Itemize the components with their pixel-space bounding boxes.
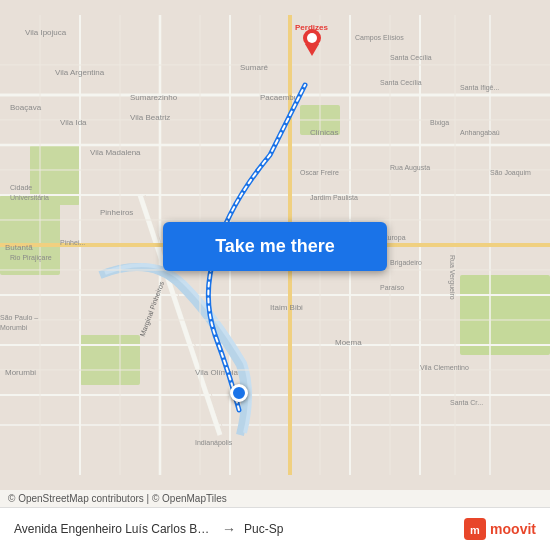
- svg-text:Boaçava: Boaçava: [10, 103, 42, 112]
- svg-text:Vila Argentina: Vila Argentina: [55, 68, 105, 77]
- moovit-logo: m moovit: [464, 518, 536, 540]
- svg-text:Sumarezinho: Sumarezinho: [130, 93, 178, 102]
- moovit-brand-text: moovit: [490, 521, 536, 537]
- svg-text:Santa Cecília: Santa Cecília: [390, 54, 432, 61]
- svg-text:Vila Clementino: Vila Clementino: [420, 364, 469, 371]
- map-attribution: © OpenStreetMap contributors | © OpenMap…: [0, 490, 550, 507]
- map-area: Vila Ipojuca Vila Argentina Boaçava Vila…: [0, 0, 550, 490]
- svg-text:Vila Ida: Vila Ida: [60, 118, 87, 127]
- svg-text:Clínicas: Clínicas: [310, 128, 338, 137]
- svg-rect-1: [0, 195, 60, 275]
- svg-text:São Paulo –: São Paulo –: [0, 314, 38, 321]
- svg-text:Butantã: Butantã: [5, 243, 33, 252]
- svg-text:Universitária: Universitária: [10, 194, 49, 201]
- destination-marker: [302, 28, 322, 60]
- take-me-there-button[interactable]: Take me there: [163, 222, 387, 271]
- svg-text:Indianápolis: Indianápolis: [195, 439, 233, 447]
- origin-marker: [230, 384, 248, 402]
- svg-text:São Joaquim: São Joaquim: [490, 169, 531, 177]
- svg-text:Jardim Paulista: Jardim Paulista: [310, 194, 358, 201]
- svg-text:Bixiga: Bixiga: [430, 119, 449, 127]
- svg-text:Paraíso: Paraíso: [380, 284, 404, 291]
- route-from-label: Avenida Engenheiro Luís Carlos Berrini: [14, 522, 214, 536]
- svg-text:Vila Olímpia: Vila Olímpia: [195, 368, 239, 377]
- svg-text:Cidade: Cidade: [10, 184, 32, 191]
- bottom-bar: Avenida Engenheiro Luís Carlos Berrini →…: [0, 507, 550, 550]
- svg-text:Anhangabaú: Anhangabaú: [460, 129, 500, 137]
- route-info: Avenida Engenheiro Luís Carlos Berrini →…: [14, 521, 464, 537]
- route-arrow-icon: →: [222, 521, 236, 537]
- svg-text:Moema: Moema: [335, 338, 362, 347]
- svg-text:Rua Vergueiro: Rua Vergueiro: [448, 255, 456, 300]
- svg-text:Morumbi: Morumbi: [0, 324, 28, 331]
- svg-text:Oscar Freire: Oscar Freire: [300, 169, 339, 176]
- svg-marker-82: [305, 44, 319, 56]
- svg-text:Pacaembu: Pacaembu: [260, 93, 298, 102]
- route-to-label: Puc-Sp: [244, 522, 283, 536]
- svg-text:Santa Ifigê...: Santa Ifigê...: [460, 84, 499, 92]
- svg-text:Vila Ipojuca: Vila Ipojuca: [25, 28, 67, 37]
- svg-text:Santa Cr...: Santa Cr...: [450, 399, 483, 406]
- svg-text:Santa Cecília: Santa Cecília: [380, 79, 422, 86]
- svg-text:Morumbi: Morumbi: [5, 368, 36, 377]
- svg-text:m: m: [470, 524, 480, 536]
- app-container: Vila Ipojuca Vila Argentina Boaçava Vila…: [0, 0, 550, 550]
- svg-text:Brigadeiro: Brigadeiro: [390, 259, 422, 267]
- svg-point-81: [307, 33, 317, 43]
- moovit-icon: m: [464, 518, 486, 540]
- svg-text:Pinhei...: Pinhei...: [60, 239, 85, 246]
- svg-rect-3: [460, 275, 550, 355]
- svg-text:Vila Beatriz: Vila Beatriz: [130, 113, 170, 122]
- svg-text:Itaim Bibi: Itaim Bibi: [270, 303, 303, 312]
- svg-text:Sumaré: Sumaré: [240, 63, 269, 72]
- attribution-text: © OpenStreetMap contributors | © OpenMap…: [8, 493, 227, 504]
- svg-text:Vila Madalena: Vila Madalena: [90, 148, 141, 157]
- svg-text:Rua Augusta: Rua Augusta: [390, 164, 430, 172]
- svg-text:Pinheiros: Pinheiros: [100, 208, 133, 217]
- svg-text:Campos Elísios: Campos Elísios: [355, 34, 404, 42]
- svg-text:Rio Pirajiçare: Rio Pirajiçare: [10, 254, 52, 262]
- svg-rect-5: [80, 335, 140, 385]
